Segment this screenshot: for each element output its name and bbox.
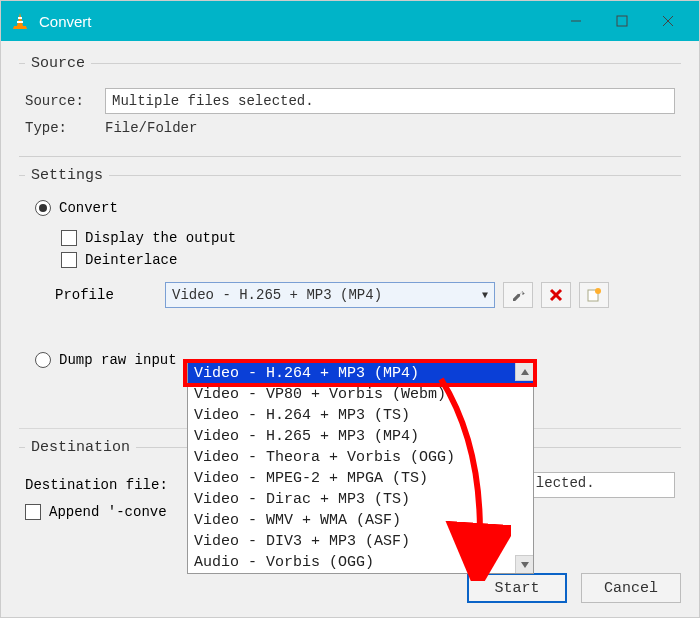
display-output-label: Display the output	[85, 230, 236, 246]
close-button[interactable]	[645, 1, 691, 41]
delete-profile-button[interactable]	[541, 282, 571, 308]
profile-option[interactable]: Video - Theora + Vorbis (OGG)	[188, 447, 533, 468]
checkbox-icon	[61, 252, 77, 268]
vlc-cone-icon	[9, 10, 31, 32]
scroll-down-icon[interactable]	[515, 555, 533, 573]
new-profile-button[interactable]	[579, 282, 609, 308]
profile-option[interactable]: Video - WMV + WMA (ASF)	[188, 510, 533, 531]
profile-label: Profile	[35, 287, 165, 303]
profile-option[interactable]: Video - Dirac + MP3 (TS)	[188, 489, 533, 510]
convert-radio[interactable]: Convert	[35, 200, 118, 216]
maximize-button[interactable]	[599, 1, 645, 41]
checkbox-icon	[61, 230, 77, 246]
profile-option[interactable]: Video - DIV3 + MP3 (ASF)	[188, 531, 533, 552]
profile-option[interactable]: Video - H.265 + MP3 (MP4)	[188, 426, 533, 447]
profile-combobox[interactable]: Video - H.265 + MP3 (MP4) ▼	[165, 282, 495, 308]
deinterlace-checkbox[interactable]: Deinterlace	[61, 252, 177, 268]
type-value: File/Folder	[105, 120, 197, 136]
source-legend: Source	[25, 55, 91, 72]
svg-marker-3	[13, 26, 27, 29]
radio-icon	[35, 200, 51, 216]
profile-option[interactable]: Video - H.264 + MP3 (MP4)	[188, 363, 533, 384]
svg-marker-13	[521, 562, 529, 568]
chevron-down-icon: ▼	[482, 290, 488, 301]
deinterlace-label: Deinterlace	[85, 252, 177, 268]
source-input[interactable]	[105, 88, 675, 114]
convert-radio-label: Convert	[59, 200, 118, 216]
minimize-button[interactable]	[553, 1, 599, 41]
type-label: Type:	[25, 120, 105, 136]
wrench-icon	[510, 287, 526, 303]
svg-rect-2	[17, 21, 23, 23]
cancel-button[interactable]: Cancel	[581, 573, 681, 603]
settings-legend: Settings	[25, 167, 109, 184]
window-title: Convert	[39, 13, 92, 30]
source-group: Source Source: Type: File/Folder	[19, 55, 681, 157]
profile-option[interactable]: Video - VP80 + Vorbis (Webm)	[188, 384, 533, 405]
source-label: Source:	[25, 93, 105, 109]
display-output-checkbox[interactable]: Display the output	[61, 230, 236, 246]
checkbox-icon	[25, 504, 41, 520]
profile-selected-value: Video - H.265 + MP3 (MP4)	[172, 287, 382, 303]
dump-raw-label: Dump raw input	[59, 352, 177, 368]
svg-marker-12	[521, 369, 529, 375]
svg-rect-5	[617, 16, 627, 26]
append-converted-checkbox[interactable]: Append '-conve	[25, 504, 167, 520]
edit-profile-button[interactable]	[503, 282, 533, 308]
titlebar[interactable]: Convert	[1, 1, 699, 41]
destination-legend: Destination	[25, 439, 136, 456]
new-profile-icon	[586, 287, 602, 303]
svg-rect-1	[18, 17, 22, 19]
destination-file-input[interactable]: lected.	[530, 472, 675, 498]
scroll-up-icon[interactable]	[515, 363, 533, 381]
start-button[interactable]: Start	[467, 573, 567, 603]
profile-dropdown[interactable]: Video - H.264 + MP3 (MP4) Video - VP80 +…	[187, 363, 534, 574]
convert-dialog: Convert Source Source: Type: File/Folder	[0, 0, 700, 618]
profile-option[interactable]: Audio - Vorbis (OGG)	[188, 552, 533, 573]
radio-icon	[35, 352, 51, 368]
profile-option[interactable]: Video - H.264 + MP3 (TS)	[188, 405, 533, 426]
append-converted-label: Append '-conve	[49, 504, 167, 520]
svg-point-11	[595, 288, 601, 294]
delete-icon	[549, 288, 563, 302]
destination-file-label: Destination file:	[25, 477, 168, 493]
profile-option[interactable]: Video - MPEG-2 + MPGA (TS)	[188, 468, 533, 489]
svg-marker-0	[17, 13, 23, 26]
dump-raw-radio[interactable]: Dump raw input	[35, 352, 177, 368]
